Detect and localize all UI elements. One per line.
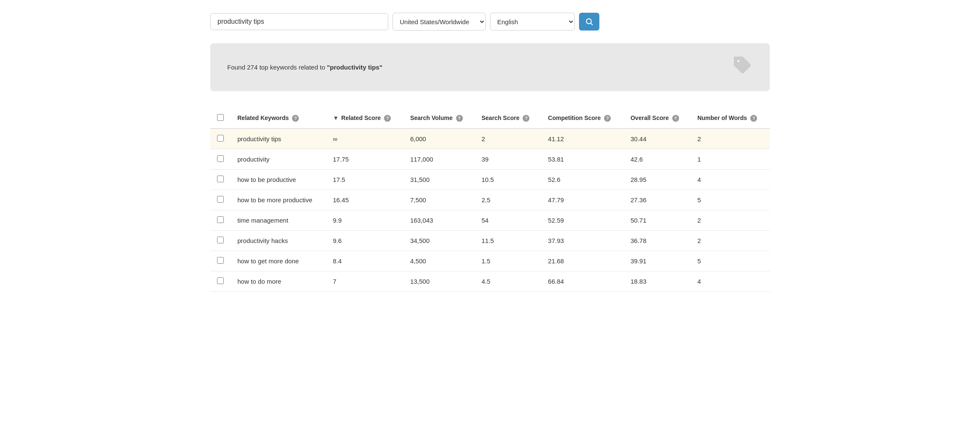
table-row: how to be productive 17.5 31,500 10.5 52… — [210, 170, 770, 190]
table-row: how to do more 7 13,500 4.5 66.84 18.83 … — [210, 271, 770, 292]
cell-overall-score: 50.71 — [624, 210, 690, 231]
cell-competition-score: 52.6 — [541, 170, 624, 190]
help-icon-related-score[interactable]: ? — [384, 115, 391, 122]
cell-keyword: productivity — [231, 149, 326, 170]
cell-competition-score: 41.12 — [541, 128, 624, 149]
banner-text: Found 274 top keywords related to "produ… — [227, 64, 382, 71]
help-icon-num-words[interactable]: ? — [750, 115, 757, 122]
row-checkbox-cell[interactable] — [210, 210, 231, 231]
row-checkbox[interactable] — [217, 135, 224, 142]
row-checkbox-cell[interactable] — [210, 149, 231, 170]
cell-overall-score: 42.6 — [624, 149, 690, 170]
svg-line-1 — [591, 23, 593, 25]
cell-num-words: 5 — [690, 251, 770, 271]
col-search-score[interactable]: Search Score ? — [475, 108, 541, 128]
tag-icon — [732, 55, 753, 79]
cell-search-volume: 13,500 — [404, 271, 475, 292]
cell-search-volume: 163,043 — [404, 210, 475, 231]
cell-search-score: 1.5 — [475, 251, 541, 271]
row-checkbox-cell[interactable] — [210, 251, 231, 271]
cell-keyword: how to get more done — [231, 251, 326, 271]
row-checkbox[interactable] — [217, 237, 224, 243]
cell-competition-score: 47.79 — [541, 190, 624, 210]
search-bar: United States/WorldwideUnited KingdomCan… — [210, 13, 770, 31]
search-icon — [585, 17, 593, 26]
cell-overall-score: 18.83 — [624, 271, 690, 292]
col-related-keywords[interactable]: Related Keywords ? — [231, 108, 326, 128]
select-all-checkbox[interactable] — [217, 114, 224, 121]
cell-competition-score: 66.84 — [541, 271, 624, 292]
cell-keyword: productivity hacks — [231, 231, 326, 251]
help-icon-keywords[interactable]: ? — [292, 115, 299, 122]
row-checkbox[interactable] — [217, 196, 224, 203]
help-icon-search-volume[interactable]: ? — [456, 115, 463, 122]
col-num-words[interactable]: Number of Words ? — [690, 108, 770, 128]
cell-num-words: 4 — [690, 170, 770, 190]
col-competition-score[interactable]: Competition Score ? — [541, 108, 624, 128]
cell-search-score: 39 — [475, 149, 541, 170]
row-checkbox-cell[interactable] — [210, 128, 231, 149]
col-search-volume[interactable]: Search Volume ? — [404, 108, 475, 128]
row-checkbox-cell[interactable] — [210, 271, 231, 292]
cell-num-words: 4 — [690, 271, 770, 292]
col-related-score[interactable]: ▼ Related Score ? — [326, 108, 403, 128]
cell-keyword: time management — [231, 210, 326, 231]
cell-search-score: 2.5 — [475, 190, 541, 210]
keywords-table: Related Keywords ? ▼ Related Score ? Sea… — [210, 108, 770, 292]
row-checkbox-cell[interactable] — [210, 190, 231, 210]
search-input[interactable] — [210, 13, 388, 30]
cell-search-score: 4.5 — [475, 271, 541, 292]
cell-overall-score: 39.91 — [624, 251, 690, 271]
cell-related-score: 17.5 — [326, 170, 403, 190]
cell-search-score: 11.5 — [475, 231, 541, 251]
cell-search-score: 10.5 — [475, 170, 541, 190]
results-banner: Found 274 top keywords related to "produ… — [210, 43, 770, 91]
cell-search-volume: 117,000 — [404, 149, 475, 170]
banner-text-prefix: Found 274 top keywords related to — [227, 64, 327, 71]
row-checkbox-cell[interactable] — [210, 170, 231, 190]
table-row: productivity hacks 9.6 34,500 11.5 37.93… — [210, 231, 770, 251]
table-row: productivity 17.75 117,000 39 53.81 42.6… — [210, 149, 770, 170]
table-body: productivity tips ∞ 6,000 2 41.12 30.44 … — [210, 128, 770, 292]
cell-related-score: 7 — [326, 271, 403, 292]
col-overall-score[interactable]: Overall Score ? — [624, 108, 690, 128]
search-button[interactable] — [579, 13, 599, 31]
language-select[interactable]: EnglishSpanishFrenchGerman — [490, 13, 575, 31]
cell-related-score: ∞ — [326, 128, 403, 149]
region-select[interactable]: United States/WorldwideUnited KingdomCan… — [393, 13, 486, 31]
table-row: productivity tips ∞ 6,000 2 41.12 30.44 … — [210, 128, 770, 149]
cell-search-score: 2 — [475, 128, 541, 149]
cell-overall-score: 28.95 — [624, 170, 690, 190]
cell-competition-score: 21.68 — [541, 251, 624, 271]
cell-keyword: how to do more — [231, 271, 326, 292]
cell-competition-score: 52.59 — [541, 210, 624, 231]
cell-keyword: productivity tips — [231, 128, 326, 149]
sort-arrow-icon: ▼ — [333, 114, 339, 121]
row-checkbox[interactable] — [217, 277, 224, 284]
table-row: how to be more productive 16.45 7,500 2.… — [210, 190, 770, 210]
cell-keyword: how to be more productive — [231, 190, 326, 210]
cell-num-words: 2 — [690, 128, 770, 149]
table-header-row: Related Keywords ? ▼ Related Score ? Sea… — [210, 108, 770, 128]
help-icon-search-score[interactable]: ? — [523, 115, 529, 122]
cell-search-volume: 4,500 — [404, 251, 475, 271]
row-checkbox[interactable] — [217, 176, 224, 182]
cell-related-score: 8.4 — [326, 251, 403, 271]
cell-search-volume: 6,000 — [404, 128, 475, 149]
header-checkbox-cell[interactable] — [210, 108, 231, 128]
cell-num-words: 5 — [690, 190, 770, 210]
table-row: time management 9.9 163,043 54 52.59 50.… — [210, 210, 770, 231]
cell-keyword: how to be productive — [231, 170, 326, 190]
help-icon-competition-score[interactable]: ? — [604, 115, 611, 122]
row-checkbox[interactable] — [217, 155, 224, 162]
cell-competition-score: 37.93 — [541, 231, 624, 251]
cell-overall-score: 36.78 — [624, 231, 690, 251]
row-checkbox[interactable] — [217, 216, 224, 223]
cell-search-score: 54 — [475, 210, 541, 231]
row-checkbox[interactable] — [217, 257, 224, 264]
row-checkbox-cell[interactable] — [210, 231, 231, 251]
cell-search-volume: 7,500 — [404, 190, 475, 210]
cell-competition-score: 53.81 — [541, 149, 624, 170]
help-icon-overall-score[interactable]: ? — [672, 115, 679, 122]
cell-related-score: 17.75 — [326, 149, 403, 170]
